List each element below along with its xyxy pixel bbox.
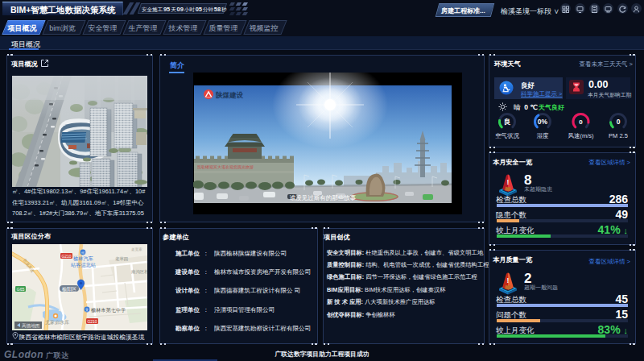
svg-text:陕煤建设: 陕煤建设	[216, 91, 244, 99]
svg-text:榆林市第七中学: 榆林市第七中学	[91, 307, 126, 313]
svg-text:站客运北站: 站客运北站	[71, 262, 96, 268]
svg-text:0: 0	[579, 118, 583, 126]
svg-text:高德地图: 高德地图	[22, 323, 39, 329]
svg-text:0%: 0%	[538, 118, 548, 126]
svg-text:凯歌楼迎宾大道欢迎您观光旅游: 凯歌楼迎宾大道欢迎您观光旅游	[197, 164, 254, 170]
svg-text:谁没见过斯有的那些故事: 谁没见过斯有的那些故事	[290, 194, 357, 201]
svg-text:!: !	[506, 276, 509, 284]
svg-text:老草园: 老草园	[115, 256, 128, 262]
svg-text:G210: G210	[87, 319, 97, 324]
svg-text:风速(m/s): 风速(m/s)	[568, 132, 594, 139]
svg-text:文: 文	[85, 308, 89, 312]
svg-text:PM 2.5: PM 2.5	[609, 132, 628, 139]
svg-text:榆阳区: 榆阳区	[62, 286, 76, 293]
svg-text:站: 站	[81, 251, 85, 255]
svg-text:良: 良	[504, 118, 511, 126]
svg-text:南沟区村: 南沟区村	[131, 269, 147, 275]
svg-text:G210: G210	[61, 254, 71, 259]
svg-text:G65: G65	[17, 287, 25, 292]
svg-text:湿度: 湿度	[537, 132, 550, 139]
svg-text:!: !	[506, 178, 509, 186]
svg-text:空气状况: 空气状况	[495, 132, 520, 139]
svg-text:尤家峁水库: 尤家峁水库	[45, 319, 69, 326]
svg-text:0: 0	[617, 118, 621, 126]
